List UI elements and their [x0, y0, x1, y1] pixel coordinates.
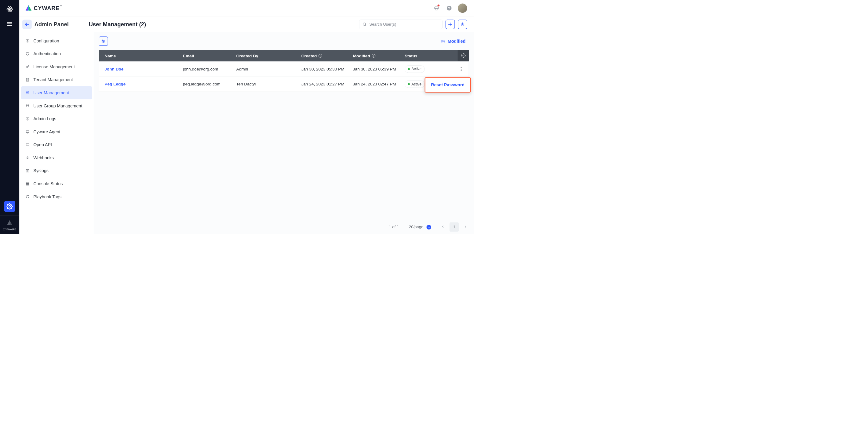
svg-point-46	[463, 55, 464, 56]
next-page-button[interactable]	[464, 225, 467, 229]
building-icon	[26, 78, 30, 82]
breadcrumb: Admin Panel	[34, 21, 68, 28]
cell-status: Active	[405, 65, 454, 73]
status-dot-icon	[408, 68, 410, 70]
sidenav-item-label: Open API	[33, 142, 52, 147]
sidenav-item-user-management[interactable]: User Management	[21, 86, 92, 99]
refresh-icon	[26, 195, 30, 199]
sidenav-item-cyware-agent[interactable]: Cyware Agent	[21, 125, 92, 138]
status-badge: Active	[405, 65, 425, 73]
svg-rect-34	[26, 183, 29, 184]
user-group-icon	[26, 104, 30, 108]
hamburger-icon	[7, 21, 13, 27]
export-icon	[460, 22, 465, 26]
svg-point-31	[28, 158, 29, 159]
gear-icon	[6, 203, 13, 210]
sort-button[interactable]: Modified	[437, 37, 469, 46]
sidenav-item-label: Tenant Management	[33, 77, 73, 82]
th-email[interactable]: Email	[183, 54, 237, 58]
user-avatar[interactable]	[458, 3, 467, 13]
notification-dot	[437, 4, 439, 6]
back-button[interactable]	[22, 20, 32, 29]
th-created[interactable]: Createdi	[301, 54, 353, 58]
sidenav-item-console-status[interactable]: Console Status	[21, 177, 92, 190]
th-modified[interactable]: Modifiedi	[353, 54, 405, 58]
gear-icon	[461, 53, 465, 58]
svg-point-26	[28, 105, 29, 106]
svg-point-30	[26, 158, 27, 159]
sidenav-item-syslogs[interactable]: Syslogs	[21, 164, 92, 177]
sidenav-item-open-api[interactable]: Open API	[21, 138, 92, 151]
notifications-button[interactable]	[432, 4, 440, 12]
user-name-link[interactable]: Peg Legge	[104, 81, 183, 86]
cyware-logo-icon	[25, 5, 32, 11]
sidenav-item-license-management[interactable]: License Management	[21, 60, 92, 73]
cell-created: Jan 24, 2023 01:27 PM	[301, 81, 353, 86]
sidenav-item-label: Playbook Tags	[33, 194, 61, 199]
rail-menu-button[interactable]	[4, 18, 15, 29]
arrow-left-icon	[25, 22, 29, 27]
svg-rect-29	[26, 144, 29, 146]
current-page[interactable]: 1	[450, 223, 459, 232]
help-icon: ?	[446, 5, 452, 11]
pagination-footer: 1 of 1 20/page 1	[94, 220, 474, 234]
sidenav-item-label: Console Status	[33, 181, 63, 187]
menu-item-reset-password[interactable]: Reset Password	[426, 79, 470, 91]
brand-logo[interactable]: CYWARE™	[25, 5, 62, 11]
chevron-right-icon	[464, 225, 467, 229]
gear-small-icon	[26, 117, 30, 121]
rail-brand-label: CYWARE	[3, 228, 16, 231]
api-icon	[26, 143, 30, 147]
users-icon	[26, 91, 30, 95]
search-input[interactable]	[369, 22, 439, 27]
th-name[interactable]: Name	[104, 54, 183, 58]
search-box[interactable]	[359, 20, 442, 29]
prev-page-button[interactable]	[441, 225, 444, 229]
sidenav-item-playbook-tags[interactable]: Playbook Tags	[21, 190, 92, 203]
row-actions-button[interactable]	[454, 67, 468, 71]
sidenav-item-webhooks[interactable]: Webhooks	[21, 151, 92, 164]
sidenav: Configuration Authentication License Man…	[19, 32, 93, 234]
svg-rect-22	[26, 78, 29, 81]
info-icon[interactable]: i	[372, 54, 375, 58]
svg-point-20	[27, 40, 28, 41]
status-badge: Active	[405, 80, 425, 88]
table-row: Peg Legge peg.legge@org.com Teri Dactyl …	[99, 76, 469, 92]
sidenav-item-label: Authentication	[33, 51, 61, 57]
toolbar: Modified	[94, 32, 474, 50]
rail-settings-button[interactable]	[4, 201, 15, 212]
cell-modified: Jan 24, 2023 02:47 PM	[353, 81, 405, 86]
sidenav-item-user-group-management[interactable]: User Group Management	[21, 99, 92, 112]
th-created-by[interactable]: Created By	[237, 54, 302, 58]
chevron-left-icon	[441, 225, 444, 229]
cell-email: peg.legge@org.com	[183, 81, 237, 86]
table-settings-button[interactable]	[458, 50, 469, 61]
export-button[interactable]	[458, 20, 467, 29]
info-icon[interactable]: i	[318, 54, 322, 58]
add-user-button[interactable]	[445, 20, 455, 29]
sidenav-item-admin-logs[interactable]: Admin Logs	[21, 112, 92, 125]
sidenav-item-label: Syslogs	[33, 168, 49, 173]
sidenav-item-label: Admin Logs	[33, 116, 56, 122]
filter-button[interactable]	[99, 37, 108, 46]
svg-point-40	[103, 41, 104, 42]
brand-name: CYWARE™	[34, 5, 62, 11]
svg-marker-9	[7, 220, 9, 225]
users-table: Name Email Created By Createdi Modifiedi…	[99, 50, 469, 92]
kebab-icon	[461, 67, 462, 71]
user-name-link[interactable]: John Doe	[104, 67, 183, 71]
sidenav-item-configuration[interactable]: Configuration	[21, 34, 92, 47]
sidenav-item-label: User Group Management	[33, 103, 82, 108]
page-of-label: 1 of 1	[389, 225, 399, 229]
per-page-selector[interactable]: 20/page	[409, 225, 431, 229]
th-status[interactable]: Status	[405, 54, 454, 58]
svg-point-0	[9, 8, 10, 10]
sidenav-item-authentication[interactable]: Authentication	[21, 47, 92, 60]
svg-point-24	[28, 92, 29, 93]
cell-created-by: Teri Dactyl	[237, 81, 302, 86]
webhook-icon	[26, 156, 30, 160]
plus-icon	[448, 22, 452, 27]
sidenav-item-tenant-management[interactable]: Tenant Management	[21, 73, 92, 86]
help-button[interactable]: ?	[445, 4, 453, 12]
rail-app-icon[interactable]	[4, 4, 15, 14]
